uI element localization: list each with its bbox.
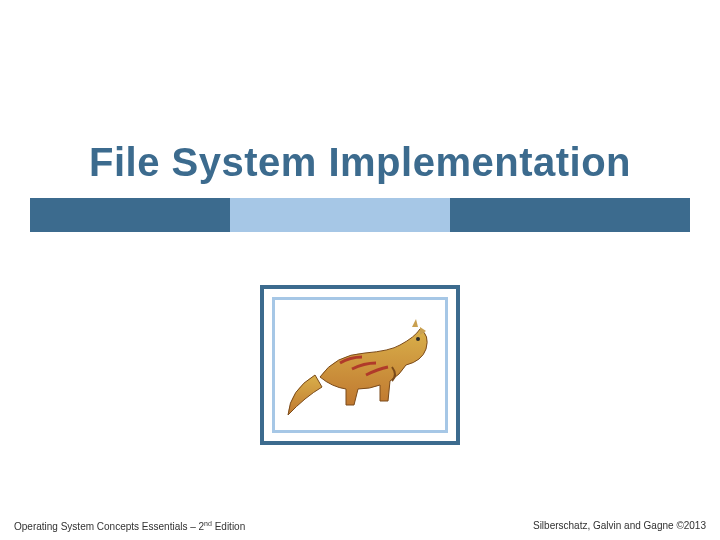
footer-right: Silberschatz, Galvin and Gagne ©2013: [533, 520, 706, 532]
footer-left-text-b: Edition: [212, 521, 245, 532]
footer-left-text-a: Operating System Concepts Essentials – 2: [14, 521, 204, 532]
svg-point-0: [416, 337, 420, 341]
footer: Operating System Concepts Essentials – 2…: [0, 520, 720, 532]
accent-bar: [30, 198, 690, 232]
dinosaur-figure-frame: [260, 285, 460, 445]
footer-left: Operating System Concepts Essentials – 2…: [14, 520, 245, 532]
slide-title: File System Implementation: [0, 140, 720, 185]
slide: File System Implementation: [0, 0, 720, 540]
dinosaur-icon: [280, 305, 440, 425]
footer-left-sup: nd: [204, 520, 212, 527]
dinosaur-figure: [272, 297, 448, 433]
